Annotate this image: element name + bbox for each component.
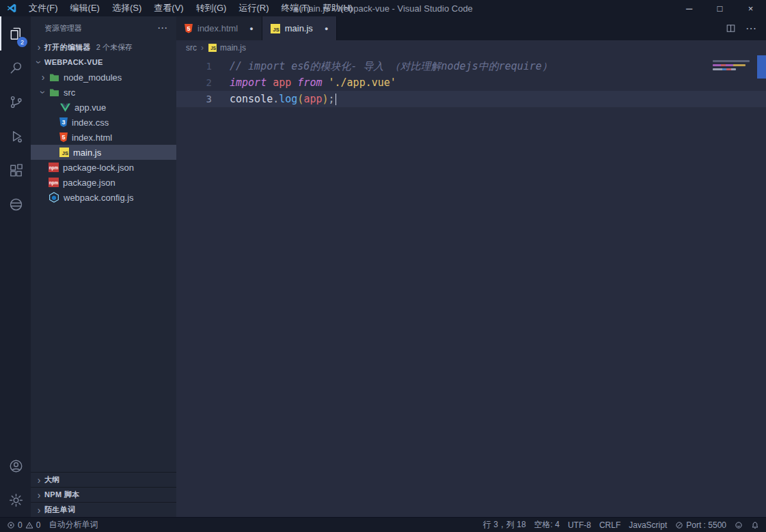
tree-item-index.html[interactable]: ›5index.html [31,130,176,145]
menu-f[interactable]: 文件(F) [23,0,64,16]
chevron-collapsed-icon: › [38,72,49,82]
activity-account-icon[interactable] [0,449,31,483]
code-editor[interactable]: 1// import es6的模块化- 导入 （对比理解nodejs中的requ… [176,55,766,517]
code-content: // import es6的模块化- 导入 （对比理解nodejs中的requi… [230,60,552,73]
tree-item-webpack.config.js[interactable]: ›webpack.config.js [31,190,176,205]
status-language[interactable]: JavaScript [629,520,667,530]
modified-dot-icon[interactable]: ● [325,25,328,32]
menu-e[interactable]: 编辑(E) [64,0,106,16]
breadcrumb-label: main.js [220,43,246,53]
window-title: ● main.js - webpack-vue - Visual Studio … [293,3,473,14]
activity-extensions-icon[interactable] [0,153,31,187]
sidebar-title: 资源管理器 [44,23,82,33]
js-icon: JS [271,24,280,33]
tree-item-index.css[interactable]: ›3index.css [31,115,176,130]
menu-r[interactable]: 运行(R) [232,0,275,16]
section-NPM 脚本[interactable]: ›NPM 脚本 [31,487,176,502]
status-cursor-position[interactable]: 行 3，列 18 [483,519,526,531]
tab-index.html[interactable]: 5index.html● [176,16,262,40]
open-editors-label: 打开的编辑器 [44,42,91,53]
split-editor-icon[interactable] [726,23,736,33]
code-token: import [230,76,266,89]
vscode-logo-icon[interactable] [0,3,23,14]
chevron-collapsed-icon: › [33,475,44,485]
error-icon [7,521,15,529]
breadcrumb-src[interactable]: src [186,43,197,53]
section-陌生单词[interactable]: ›陌生单词 [31,502,176,517]
status-spellcheck[interactable]: 自动分析单词 [49,519,98,531]
status-label: 行 3，列 18 [483,519,526,531]
maximize-button[interactable]: □ [705,0,735,16]
code-token: app [273,76,291,89]
activity-source-control-icon[interactable] [0,85,31,119]
breadcrumb-main.js[interactable]: JSmain.js [208,43,246,53]
minimap-line [713,60,750,62]
code-token: // import es6的模块化- 导入 （对比理解nodejs中的requi… [230,60,552,72]
activity-run-debug-icon[interactable] [0,119,31,153]
code-token [266,76,273,89]
broadcast-icon [675,521,683,529]
code-token: ; [329,93,335,105]
tree-item-package-lock.json[interactable]: ›npmpackage-lock.json [31,160,176,175]
html-icon: 5 [59,132,68,142]
vscode-window: 文件(F)编辑(E)选择(S)查看(V)转到(G)运行(R)终端(T)帮助(H)… [0,0,766,532]
line-number: 1 [176,61,212,72]
tree-item-node_modules[interactable]: ›node_modules [31,70,176,85]
tree-item-app.vue[interactable]: ›app.vue [31,100,176,115]
sidebar-header: 资源管理器 ⋯ [31,16,176,40]
tab-label: main.js [285,23,313,33]
unsaved-badge: 2 个未保存 [96,42,133,53]
menu-s[interactable]: 选择(S) [106,0,148,16]
status-problems[interactable]: 0 0 [7,520,40,530]
status-live-server-port[interactable]: Port : 5500 [675,520,726,530]
file-label: index.css [72,117,109,128]
status-encoding[interactable]: UTF-8 [568,520,591,530]
code-token [291,76,297,89]
code-line-3[interactable]: 3console.log(app); [176,91,766,107]
file-label: package-lock.json [63,163,134,173]
minimize-button[interactable]: ─ [674,0,705,16]
section-label: 大纲 [44,475,60,485]
line-number: 3 [176,94,212,104]
tab-main.js[interactable]: JSmain.js● [262,16,338,40]
chevron-expanded-icon: › [38,87,48,98]
close-button[interactable]: × [735,0,766,16]
tree-item-package.json[interactable]: ›npmpackage.json [31,175,176,190]
breadcrumb: src›JSmain.js [176,40,766,55]
activity-search-icon[interactable] [0,51,31,85]
status-notifications[interactable] [751,521,759,529]
tab-bar: 5index.html●JSmain.js● ⋯ [176,16,766,40]
section-大纲[interactable]: ›大纲 [31,472,176,487]
more-actions-icon[interactable]: ⋯ [157,22,168,34]
more-actions-icon[interactable]: ⋯ [746,22,756,35]
menu-g[interactable]: 转到(G) [190,0,233,16]
modified-dot-icon[interactable]: ● [249,25,253,32]
open-editors-section[interactable]: › 打开的编辑器 2 个未保存 [31,40,176,55]
activity-settings-icon[interactable] [0,483,31,517]
scrollbar-thumb[interactable] [757,55,766,79]
code-token: './app.vue' [329,76,396,89]
status-bar: 0 0 自动分析单词 行 3，列 18空格: 4UTF-8CRLFJavaScr… [0,517,766,532]
file-label: index.html [72,132,112,143]
minimap-line [713,64,746,66]
code-line-1[interactable]: 1// import es6的模块化- 导入 （对比理解nodejs中的requ… [176,58,766,74]
status-label: CRLF [599,520,620,530]
vue-icon [59,102,70,113]
html-icon: 5 [184,24,193,33]
bell-icon [751,521,759,529]
activity-globe-extension-icon[interactable] [0,187,31,221]
workspace-section[interactable]: › WEBPACK-VUE [31,55,176,70]
code-line-2[interactable]: 2import app from './app.vue' [176,74,766,91]
file-label: app.vue [74,102,106,113]
status-indentation[interactable]: 空格: 4 [534,519,560,531]
activity-explorer-icon[interactable]: 2 [0,16,31,51]
status-eol[interactable]: CRLF [599,520,620,530]
minimap-line [713,68,736,70]
code-content: console.log(app); [230,93,336,105]
menu-v[interactable]: 查看(V) [148,0,189,16]
text-cursor [336,94,336,105]
tree-item-src[interactable]: ›src [31,85,176,100]
minimap[interactable] [713,58,755,72]
tree-item-main.js[interactable]: ›JSmain.js [31,145,176,160]
status-feedback[interactable] [735,521,743,529]
